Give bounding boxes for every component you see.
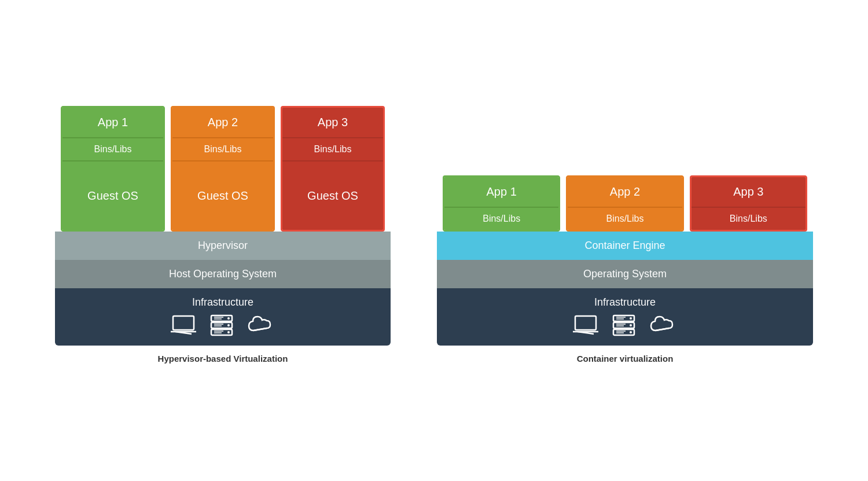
right-container-engine-layer: Container Engine [437, 232, 813, 260]
right-infra-icons [572, 309, 678, 346]
right-os-wrap: Operating System [437, 260, 813, 288]
left-apps-row: App 1 Bins/Libs Guest OS App 2 Bins/Libs… [55, 106, 391, 232]
right-server-icon [611, 314, 637, 336]
left-infra-icons [170, 309, 276, 346]
left-app3-bins: Bins/Libs [282, 137, 383, 160]
left-app3-column: App 3 Bins/Libs Guest OS [281, 106, 385, 232]
right-app1-label: App 1 [444, 177, 558, 207]
right-laptop-icon [572, 314, 599, 336]
right-container-engine-wrap: Container Engine [437, 232, 813, 260]
left-diagram-title: Hypervisor-based Virtualization [158, 354, 288, 363]
left-app1-bins: Bins/Libs [62, 137, 163, 160]
left-app1-guestos: Guest OS [62, 160, 163, 230]
left-infra-label: Infrastructure [192, 296, 253, 309]
left-hostos-layer: Host Operating System [55, 260, 391, 288]
left-hypervisor-layer: Hypervisor [55, 232, 391, 260]
right-app3-bins: Bins/Libs [692, 207, 806, 230]
right-app3-column: App 3 Bins/Libs [690, 175, 807, 232]
right-app1-bins: Bins/Libs [444, 207, 558, 230]
right-app3-label: App 3 [692, 177, 806, 207]
right-cloud-icon [648, 314, 678, 336]
server-icon [209, 314, 234, 336]
right-infra-label: Infrastructure [594, 296, 656, 309]
svg-line-15 [253, 328, 267, 331]
right-infra-layer: Infrastructure [437, 288, 813, 346]
right-os-layer: Operating System [437, 260, 813, 288]
left-app1-label: App 1 [62, 108, 163, 137]
left-app3-guestos: Guest OS [282, 160, 383, 230]
laptop-icon [170, 314, 197, 336]
svg-point-7 [227, 324, 230, 326]
right-app2-column: App 2 Bins/Libs [566, 175, 683, 232]
right-infra-wrap: Infrastructure [437, 288, 813, 346]
left-hypervisor-wrap: Hypervisor [55, 232, 391, 260]
svg-point-24 [630, 331, 632, 333]
cloud-icon [246, 314, 276, 336]
left-app2-label: App 2 [172, 108, 273, 137]
svg-rect-16 [575, 316, 596, 330]
right-app2-bins: Bins/Libs [568, 207, 682, 230]
left-hostos-wrap: Host Operating System [55, 260, 391, 288]
left-infra-layer: Infrastructure [55, 288, 391, 346]
left-app1-column: App 1 Bins/Libs Guest OS [61, 106, 165, 232]
right-apps-row: App 1 Bins/Libs App 2 Bins/Libs App 3 Bi… [437, 175, 813, 232]
svg-line-31 [656, 328, 669, 331]
left-infra-wrap: Infrastructure [55, 288, 391, 346]
svg-point-8 [227, 331, 230, 333]
right-app1-column: App 1 Bins/Libs [443, 175, 560, 232]
svg-point-22 [630, 317, 632, 320]
right-app2-label: App 2 [568, 177, 682, 207]
svg-rect-0 [173, 316, 194, 330]
left-diagram: App 1 Bins/Libs Guest OS App 2 Bins/Libs… [55, 106, 391, 363]
svg-point-6 [227, 317, 230, 320]
right-diagram: App 1 Bins/Libs App 2 Bins/Libs App 3 Bi… [437, 175, 813, 363]
left-app3-label: App 3 [282, 108, 383, 137]
left-app2-bins: Bins/Libs [172, 137, 273, 160]
left-app2-column: App 2 Bins/Libs Guest OS [171, 106, 275, 232]
main-container: App 1 Bins/Libs Guest OS App 2 Bins/Libs… [20, 94, 848, 387]
right-diagram-title: Container virtualization [577, 354, 674, 363]
left-app2-guestos: Guest OS [172, 160, 273, 230]
svg-point-23 [630, 324, 632, 326]
